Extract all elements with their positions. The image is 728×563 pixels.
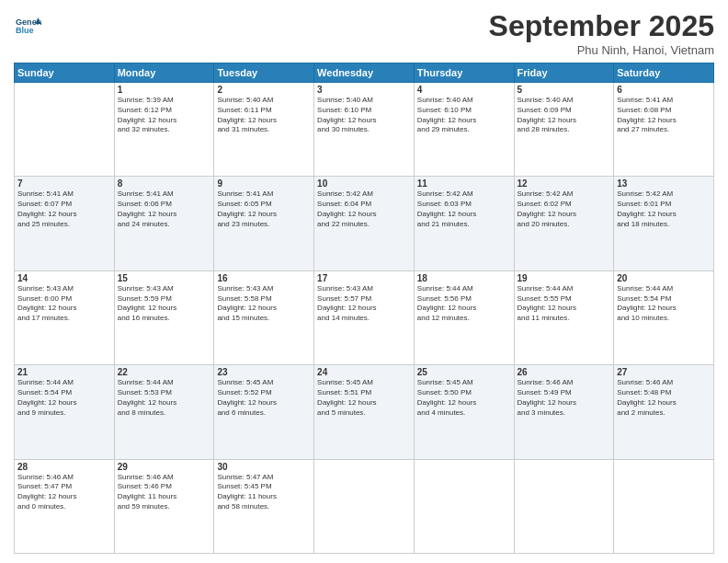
day-number: 24 (317, 367, 411, 377)
day-number: 8 (118, 178, 211, 189)
day-number: 30 (217, 462, 311, 472)
day-number: 17 (317, 273, 411, 283)
day-info: Sunrise: 5:42 AM Sunset: 6:02 PM Dayligh… (518, 190, 611, 229)
day-number: 9 (217, 178, 311, 189)
calendar-cell: 12Sunrise: 5:42 AM Sunset: 6:02 PM Dayli… (514, 177, 614, 270)
day-number: 13 (617, 178, 711, 189)
day-info: Sunrise: 5:45 AM Sunset: 5:50 PM Dayligh… (417, 378, 511, 418)
day-number: 6 (617, 85, 711, 95)
calendar-cell: 5Sunrise: 5:40 AM Sunset: 6:09 PM Daylig… (514, 83, 614, 177)
month-title: September 2025 (489, 9, 714, 43)
calendar-cell: 29Sunrise: 5:46 AM Sunset: 5:46 PM Dayli… (114, 459, 214, 553)
day-number: 21 (17, 367, 111, 377)
calendar-cell: 7Sunrise: 5:41 AM Sunset: 6:07 PM Daylig… (15, 177, 115, 270)
day-number: 7 (17, 178, 111, 189)
day-info: Sunrise: 5:45 AM Sunset: 5:51 PM Dayligh… (317, 378, 411, 418)
calendar-week-row: 7Sunrise: 5:41 AM Sunset: 6:07 PM Daylig… (15, 177, 714, 270)
calendar-cell: 14Sunrise: 5:43 AM Sunset: 6:00 PM Dayli… (15, 270, 115, 364)
day-info: Sunrise: 5:45 AM Sunset: 5:52 PM Dayligh… (217, 378, 311, 418)
day-info: Sunrise: 5:46 AM Sunset: 5:47 PM Dayligh… (17, 473, 111, 512)
day-info: Sunrise: 5:46 AM Sunset: 5:46 PM Dayligh… (118, 473, 211, 512)
calendar-cell: 17Sunrise: 5:43 AM Sunset: 5:57 PM Dayli… (314, 270, 415, 364)
day-number: 5 (518, 85, 611, 95)
calendar-cell: 23Sunrise: 5:45 AM Sunset: 5:52 PM Dayli… (214, 365, 314, 459)
day-info: Sunrise: 5:41 AM Sunset: 6:08 PM Dayligh… (617, 96, 711, 135)
day-info: Sunrise: 5:42 AM Sunset: 6:04 PM Dayligh… (317, 190, 411, 229)
calendar-cell: 20Sunrise: 5:44 AM Sunset: 5:54 PM Dayli… (614, 270, 714, 364)
day-info: Sunrise: 5:43 AM Sunset: 6:00 PM Dayligh… (17, 284, 111, 324)
calendar-cell: 3Sunrise: 5:40 AM Sunset: 6:10 PM Daylig… (314, 83, 415, 177)
day-number: 19 (518, 273, 611, 283)
weekday-header: Sunday (15, 63, 115, 83)
day-info: Sunrise: 5:41 AM Sunset: 6:06 PM Dayligh… (118, 190, 211, 229)
calendar-cell: 18Sunrise: 5:44 AM Sunset: 5:56 PM Dayli… (414, 270, 514, 364)
day-info: Sunrise: 5:43 AM Sunset: 5:57 PM Dayligh… (317, 284, 411, 324)
day-info: Sunrise: 5:40 AM Sunset: 6:10 PM Dayligh… (417, 96, 511, 135)
weekday-header: Friday (514, 63, 614, 83)
day-number: 11 (417, 178, 511, 189)
day-info: Sunrise: 5:44 AM Sunset: 5:56 PM Dayligh… (417, 284, 511, 324)
calendar-header-row: SundayMondayTuesdayWednesdayThursdayFrid… (15, 63, 714, 83)
day-info: Sunrise: 5:44 AM Sunset: 5:54 PM Dayligh… (17, 378, 111, 418)
day-number: 18 (417, 273, 511, 283)
day-info: Sunrise: 5:46 AM Sunset: 5:48 PM Dayligh… (617, 378, 711, 418)
calendar-week-row: 1Sunrise: 5:39 AM Sunset: 6:12 PM Daylig… (15, 83, 714, 177)
calendar-cell (614, 459, 714, 553)
calendar-cell: 10Sunrise: 5:42 AM Sunset: 6:04 PM Dayli… (314, 177, 415, 270)
calendar-body: 1Sunrise: 5:39 AM Sunset: 6:12 PM Daylig… (15, 83, 714, 554)
day-number: 1 (118, 85, 211, 95)
calendar-cell: 2Sunrise: 5:40 AM Sunset: 6:11 PM Daylig… (214, 83, 314, 177)
weekday-header: Saturday (614, 63, 714, 83)
day-number: 2 (217, 85, 311, 95)
day-number: 16 (217, 273, 311, 283)
day-info: Sunrise: 5:44 AM Sunset: 5:55 PM Dayligh… (518, 284, 611, 324)
calendar-cell: 8Sunrise: 5:41 AM Sunset: 6:06 PM Daylig… (114, 177, 214, 270)
day-info: Sunrise: 5:40 AM Sunset: 6:09 PM Dayligh… (518, 96, 611, 135)
day-info: Sunrise: 5:44 AM Sunset: 5:54 PM Dayligh… (617, 284, 711, 324)
day-number: 20 (617, 273, 711, 283)
calendar-cell (514, 459, 614, 553)
calendar-cell: 30Sunrise: 5:47 AM Sunset: 5:45 PM Dayli… (214, 459, 314, 553)
title-block: September 2025 Phu Ninh, Hanoi, Vietnam (489, 9, 714, 57)
header: General Blue September 2025 Phu Ninh, Ha… (14, 9, 714, 57)
day-info: Sunrise: 5:41 AM Sunset: 6:05 PM Dayligh… (217, 190, 311, 229)
weekday-header: Monday (114, 63, 214, 83)
calendar-cell: 26Sunrise: 5:46 AM Sunset: 5:49 PM Dayli… (514, 365, 614, 459)
logo: General Blue (14, 13, 41, 42)
day-number: 26 (518, 367, 611, 377)
calendar-cell: 21Sunrise: 5:44 AM Sunset: 5:54 PM Dayli… (15, 365, 115, 459)
day-number: 25 (417, 367, 511, 377)
day-number: 29 (118, 462, 211, 472)
calendar-cell: 24Sunrise: 5:45 AM Sunset: 5:51 PM Dayli… (314, 365, 415, 459)
calendar-cell: 9Sunrise: 5:41 AM Sunset: 6:05 PM Daylig… (214, 177, 314, 270)
svg-text:Blue: Blue (16, 26, 34, 35)
day-info: Sunrise: 5:39 AM Sunset: 6:12 PM Dayligh… (118, 96, 211, 135)
day-number: 10 (317, 178, 411, 189)
day-info: Sunrise: 5:42 AM Sunset: 6:01 PM Dayligh… (617, 190, 711, 229)
calendar-cell: 19Sunrise: 5:44 AM Sunset: 5:55 PM Dayli… (514, 270, 614, 364)
calendar-week-row: 28Sunrise: 5:46 AM Sunset: 5:47 PM Dayli… (15, 459, 714, 553)
day-info: Sunrise: 5:43 AM Sunset: 5:58 PM Dayligh… (217, 284, 311, 324)
day-info: Sunrise: 5:44 AM Sunset: 5:53 PM Dayligh… (118, 378, 211, 418)
location: Phu Ninh, Hanoi, Vietnam (489, 43, 714, 57)
day-number: 3 (317, 85, 411, 95)
calendar-week-row: 21Sunrise: 5:44 AM Sunset: 5:54 PM Dayli… (15, 365, 714, 459)
calendar-cell: 28Sunrise: 5:46 AM Sunset: 5:47 PM Dayli… (15, 459, 115, 553)
day-number: 28 (17, 462, 111, 472)
calendar-cell: 4Sunrise: 5:40 AM Sunset: 6:10 PM Daylig… (414, 83, 514, 177)
day-number: 22 (118, 367, 211, 377)
day-number: 27 (617, 367, 711, 377)
day-info: Sunrise: 5:40 AM Sunset: 6:10 PM Dayligh… (317, 96, 411, 135)
day-info: Sunrise: 5:42 AM Sunset: 6:03 PM Dayligh… (417, 190, 511, 229)
calendar-week-row: 14Sunrise: 5:43 AM Sunset: 6:00 PM Dayli… (15, 270, 714, 364)
calendar-cell (414, 459, 514, 553)
day-info: Sunrise: 5:41 AM Sunset: 6:07 PM Dayligh… (17, 190, 111, 229)
day-info: Sunrise: 5:46 AM Sunset: 5:49 PM Dayligh… (518, 378, 611, 418)
weekday-header: Wednesday (314, 63, 415, 83)
calendar-cell: 22Sunrise: 5:44 AM Sunset: 5:53 PM Dayli… (114, 365, 214, 459)
weekday-header: Tuesday (214, 63, 314, 83)
calendar-cell: 1Sunrise: 5:39 AM Sunset: 6:12 PM Daylig… (114, 83, 214, 177)
day-number: 23 (217, 367, 311, 377)
weekday-header: Thursday (414, 63, 514, 83)
calendar-cell: 25Sunrise: 5:45 AM Sunset: 5:50 PM Dayli… (414, 365, 514, 459)
